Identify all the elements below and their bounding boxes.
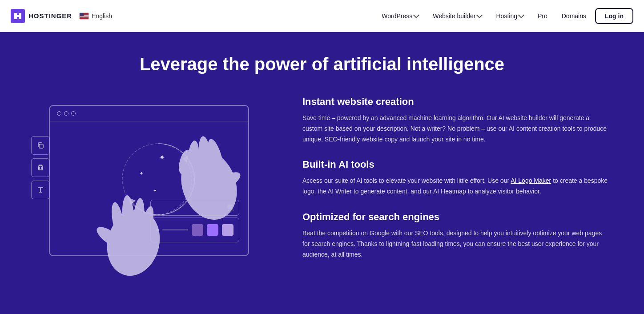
hero-illustration: ✦ ✦ ✦ 🔍	[36, 96, 267, 283]
nav-hosting-label: Hosting	[496, 12, 517, 20]
logo[interactable]: HOSTINGER	[11, 9, 72, 23]
svg-rect-2	[17, 15, 19, 17]
widget-line	[162, 229, 188, 230]
nav-wordpress-label: WordPress	[382, 12, 412, 20]
ai-logo-maker-link[interactable]: AI Logo Maker	[511, 177, 551, 184]
feature-ai-desc: Access our suite of AI tools to elevate …	[302, 176, 608, 197]
nav-item-domains[interactable]: Domains	[556, 9, 592, 23]
logo-text: HOSTINGER	[28, 12, 72, 20]
sparkle-icon-2: ✦	[139, 170, 144, 177]
lang-label: English	[92, 12, 112, 20]
navbar: HOSTINGER English WordPress Website buil…	[0, 0, 644, 32]
widget-block-3	[222, 224, 233, 236]
svg-rect-0	[14, 13, 17, 19]
nav-item-wordpress[interactable]: WordPress	[376, 9, 424, 23]
search-icon: 🔍	[227, 204, 234, 211]
nav-item-pro[interactable]: Pro	[532, 9, 553, 23]
widget-block-1	[192, 224, 203, 236]
hero-title: Leverage the power of artificial intelli…	[140, 53, 504, 75]
feature-seo-title: Optimized for search engines	[302, 211, 608, 223]
nav-pro-label: Pro	[538, 12, 547, 20]
browser-bar	[50, 106, 248, 121]
language-selector[interactable]: English	[79, 12, 112, 20]
feature-instant-desc: Save time – powered by an advanced machi…	[302, 113, 608, 145]
feature-instant-creation: Instant website creation Save time – pow…	[302, 96, 608, 145]
widget-dot	[156, 229, 159, 231]
nav-item-website-builder[interactable]: Website builder	[427, 9, 487, 23]
navbar-left: HOSTINGER English	[11, 9, 112, 23]
hero-section: Leverage the power of artificial intelli…	[0, 32, 644, 314]
chevron-down-icon	[476, 12, 483, 18]
nav-item-hosting[interactable]: Hosting	[491, 9, 528, 23]
svg-rect-6	[39, 144, 43, 148]
feature-instant-title: Instant website creation	[302, 96, 608, 108]
tool-copy-button[interactable]	[31, 136, 50, 155]
logo-icon	[11, 9, 25, 23]
svg-rect-1	[19, 13, 21, 19]
chevron-down-icon	[413, 12, 419, 18]
browser-dot-1	[57, 111, 61, 116]
tool-delete-button[interactable]	[31, 158, 50, 177]
hero-features: Instant website creation Save time – pow…	[302, 96, 608, 260]
widget-block-2	[207, 224, 218, 236]
hero-content: ✦ ✦ ✦ 🔍	[36, 96, 608, 283]
svg-marker-4	[129, 198, 136, 205]
feature-ai-title: Built-in AI tools	[302, 159, 608, 170]
feature-ai-desc-part1: Access our suite of AI tools to elevate …	[302, 177, 511, 184]
chevron-down-icon	[518, 12, 524, 18]
browser-dot-2	[64, 111, 68, 116]
sparkle-icon-3: ✦	[153, 188, 157, 193]
browser-search-bar: 🔍	[150, 200, 239, 216]
nav-domains-label: Domains	[562, 12, 586, 20]
browser-widget	[150, 217, 239, 242]
browser-window: ✦ ✦ ✦ 🔍	[49, 105, 249, 256]
browser-dot-3	[71, 111, 76, 116]
login-button[interactable]: Log in	[595, 8, 633, 24]
side-tools	[31, 136, 50, 199]
tool-text-button[interactable]	[31, 181, 50, 199]
flag-icon	[79, 12, 89, 20]
feature-ai-tools: Built-in AI tools Access our suite of AI…	[302, 159, 608, 197]
navbar-right: WordPress Website builder Hosting Pro Do…	[376, 8, 633, 24]
browser-content: ✦ ✦ ✦ 🔍	[50, 121, 248, 251]
feature-seo-desc: Beat the competition on Google with our …	[302, 228, 608, 260]
nav-website-builder-label: Website builder	[433, 12, 475, 20]
feature-seo: Optimized for search engines Beat the co…	[302, 211, 608, 260]
sparkle-icon-1: ✦	[159, 153, 165, 162]
